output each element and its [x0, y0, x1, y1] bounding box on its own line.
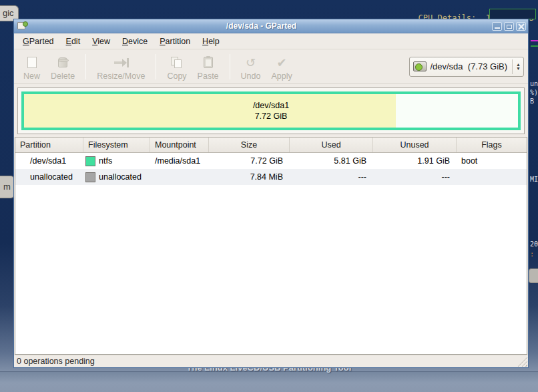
- menu-gparted[interactable]: GParted: [17, 35, 60, 48]
- toolbar-separator: [230, 54, 230, 79]
- column-header-filesystem[interactable]: Filesystem: [83, 138, 150, 152]
- background-text-fragment: un: [530, 80, 538, 87]
- menu-device-label: Device: [122, 37, 148, 46]
- background-graph-line: [531, 40, 538, 41]
- device-selector[interactable]: /dev/sda (7.73 GiB) ▲ ▼: [409, 57, 524, 77]
- partition-visual-sda1[interactable]: /dev/sda1 7.72 GiB: [21, 91, 521, 130]
- undo-icon: ↺: [246, 55, 256, 70]
- cell-mountpoint: /media/sda1: [150, 156, 209, 166]
- background-graph-line: [531, 45, 538, 47]
- menu-partition-label: Partition: [160, 37, 190, 46]
- device-selector-value: /dev/sda (7.73 GiB): [430, 61, 507, 71]
- background-side-tab[interactable]: m: [0, 176, 15, 198]
- partition-table: Partition Filesystem Mountpoint Size Use…: [15, 137, 527, 355]
- maximize-button[interactable]: [504, 22, 514, 31]
- partition-visual-label: /dev/sda1 7.72 GiB: [24, 94, 518, 128]
- window-title: /dev/sda - GParted: [31, 21, 492, 31]
- menu-help-label: Help: [202, 37, 220, 46]
- cell-unused: 1.91 GiB: [373, 156, 457, 166]
- maximize-icon: [507, 25, 512, 29]
- column-header-used[interactable]: Used: [290, 138, 373, 152]
- gparted-app-icon: [17, 21, 28, 31]
- table-header-row: Partition Filesystem Mountpoint Size Use…: [15, 138, 527, 153]
- spinner-arrows-icon[interactable]: ▲ ▼: [516, 63, 521, 71]
- new-button[interactable]: New: [18, 51, 45, 82]
- table-empty-area: [15, 185, 527, 354]
- cell-unused: ---: [373, 172, 457, 182]
- background-text-fragment: :: [530, 250, 538, 258]
- cell-partition: /dev/sda1: [15, 156, 83, 166]
- toolbar-separator: [156, 54, 156, 79]
- apply-button[interactable]: ✔ Apply: [266, 51, 297, 82]
- toolbar: New Delete Resize/Move Copy Paste ↺ Und: [14, 49, 528, 84]
- resize-move-button[interactable]: Resize/Move: [91, 51, 150, 82]
- delete-button-label: Delete: [51, 71, 75, 81]
- menu-help[interactable]: Help: [196, 35, 226, 48]
- operations-pending-text: 0 operations pending: [17, 357, 95, 366]
- desktop-bottom-band: [0, 371, 538, 392]
- column-header-size[interactable]: Size: [209, 138, 290, 152]
- undo-button-label: Undo: [241, 71, 261, 81]
- background-text-fragment: B: [530, 97, 538, 105]
- delete-partition-icon: [58, 55, 67, 70]
- disk-visual-frame: /dev/sda1 7.72 GiB: [17, 87, 525, 134]
- table-row[interactable]: /dev/sda1 ntfs /media/sda1 7.72 GiB 5.81…: [15, 153, 527, 169]
- cell-used: ---: [290, 172, 373, 182]
- delete-button[interactable]: Delete: [45, 51, 80, 82]
- new-partition-icon: [27, 55, 37, 70]
- hard-drive-icon: [413, 61, 427, 71]
- paste-icon: [204, 55, 213, 70]
- column-header-partition[interactable]: Partition: [15, 138, 83, 152]
- apply-icon: ✔: [277, 55, 287, 70]
- paste-button[interactable]: Paste: [192, 51, 224, 82]
- filesystem-color-swatch: [85, 172, 95, 182]
- column-header-unused[interactable]: Unused: [373, 138, 457, 152]
- copy-button[interactable]: Copy: [162, 51, 192, 82]
- minimize-icon: [495, 27, 500, 29]
- menu-device[interactable]: Device: [116, 35, 154, 48]
- apply-button-label: Apply: [271, 71, 292, 81]
- new-button-label: New: [23, 71, 40, 81]
- background-text-fragment: 20: [530, 240, 538, 248]
- cell-partition: unallocated: [15, 172, 83, 182]
- menubar: GParted Edit View Device Partition Help: [14, 33, 528, 49]
- statusbar: 0 operations pending: [14, 355, 528, 367]
- menu-edit[interactable]: Edit: [60, 35, 87, 48]
- resize-move-button-label: Resize/Move: [97, 71, 145, 81]
- cpu-history-graph: [489, 9, 536, 19]
- cell-filesystem: unallocated: [83, 172, 150, 182]
- column-header-mountpoint[interactable]: Mountpoint: [150, 138, 209, 152]
- cell-size: 7.84 MiB: [209, 172, 290, 182]
- menu-view[interactable]: View: [86, 35, 116, 48]
- combo-separator: [512, 59, 513, 74]
- menu-partition[interactable]: Partition: [154, 35, 196, 48]
- copy-icon: [171, 55, 183, 70]
- partition-visual-size: 7.72 GiB: [255, 111, 288, 122]
- resize-move-icon: [113, 55, 129, 70]
- gparted-window: /dev/sda - GParted GParted Edit View Dev…: [13, 19, 529, 368]
- background-text-fragment: %): [530, 89, 538, 96]
- close-icon: [518, 23, 525, 30]
- background-scrollbar-fragment: [529, 268, 538, 283]
- cell-size: 7.72 GiB: [209, 156, 290, 166]
- paste-button-label: Paste: [198, 71, 219, 81]
- copy-button-label: Copy: [167, 71, 186, 81]
- chevron-down-icon: ▼: [516, 67, 521, 71]
- titlebar[interactable]: /dev/sda - GParted: [14, 19, 528, 33]
- background-text-fragment: MI: [530, 176, 538, 183]
- menu-gparted-label: GParted: [23, 37, 54, 46]
- close-button[interactable]: [516, 22, 526, 31]
- minimize-button[interactable]: [492, 22, 502, 31]
- toolbar-separator: [85, 54, 86, 79]
- resize-grip[interactable]: [517, 357, 527, 367]
- undo-button[interactable]: ↺ Undo: [236, 51, 266, 82]
- filesystem-color-swatch: [85, 156, 95, 166]
- desktop: { "desktop": { "tab_top": "gic", "tab_si…: [0, 0, 538, 392]
- filesystem-label: unallocated: [99, 172, 142, 182]
- column-header-flags[interactable]: Flags: [457, 138, 527, 152]
- cell-used: 5.81 GiB: [290, 156, 373, 166]
- table-row[interactable]: unallocated unallocated 7.84 MiB --- ---: [15, 169, 527, 185]
- cell-flags: boot: [457, 156, 527, 166]
- filesystem-label: ntfs: [99, 156, 112, 166]
- partition-visual-name: /dev/sda1: [253, 100, 289, 111]
